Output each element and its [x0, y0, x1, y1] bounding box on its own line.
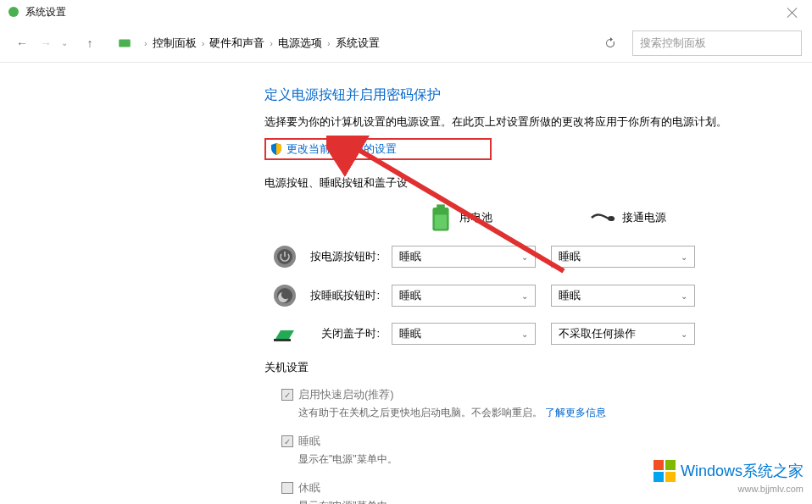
- battery-icon: [429, 202, 453, 233]
- app-icon: [7, 5, 20, 19]
- refresh-icon: [603, 36, 617, 50]
- svg-point-5: [608, 216, 615, 221]
- control-panel-icon: [117, 36, 132, 51]
- lid-plugged-dropdown[interactable]: 不采取任何操作⌄: [551, 323, 695, 345]
- chevron-right-icon: ›: [270, 38, 273, 48]
- sleep-label: 睡眠: [298, 434, 320, 449]
- chevron-down-icon: ⌄: [521, 291, 528, 301]
- page-description: 选择要为你的计算机设置的电源设置。在此页上对设置所做的更改将应用于你所有的电源计…: [264, 114, 812, 130]
- plugged-column-label: 接通电源: [622, 210, 666, 225]
- lid-close-label: 关闭盖子时:: [305, 326, 392, 341]
- svg-rect-1: [119, 39, 131, 47]
- lid-battery-dropdown[interactable]: 睡眠⌄: [392, 323, 536, 345]
- breadcrumb: › 控制面板 › 硬件和声音 › 电源选项 › 系统设置: [117, 36, 598, 51]
- chevron-right-icon: ›: [327, 38, 331, 48]
- search-input[interactable]: 搜索控制面板: [632, 30, 802, 56]
- watermark: Windows系统之家 www.bjjmlv.com: [653, 460, 804, 494]
- svg-rect-10: [274, 339, 291, 341]
- sleep-button-plugged-dropdown[interactable]: 睡眠⌄: [551, 285, 695, 307]
- shield-icon: [270, 142, 283, 156]
- chevron-right-icon: ›: [202, 38, 205, 48]
- fast-startup-checkbox[interactable]: [281, 389, 293, 401]
- refresh-button[interactable]: [598, 31, 622, 55]
- svg-rect-2: [437, 204, 445, 208]
- learn-more-link[interactable]: 了解更多信息: [545, 407, 606, 418]
- sleep-button-row: 按睡眠按钮时: 睡眠⌄ 睡眠⌄: [264, 284, 812, 307]
- svg-rect-4: [435, 214, 447, 229]
- sleep-button-label: 按睡眠按钮时:: [305, 288, 392, 303]
- svg-point-0: [8, 7, 19, 17]
- windows-logo-icon: [653, 460, 676, 482]
- chevron-down-icon: ⌄: [681, 291, 687, 301]
- power-button-row: 按电源按钮时: 睡眠⌄ 睡眠⌄: [264, 245, 812, 269]
- watermark-text: Windows系统之家: [681, 461, 804, 481]
- shutdown-section-title: 关机设置: [264, 360, 812, 375]
- power-button-label: 按电源按钮时:: [305, 249, 392, 264]
- breadcrumb-item-2[interactable]: 电源选项: [278, 36, 322, 51]
- hibernate-desc: 显示在"电源"菜单中。: [298, 499, 812, 504]
- nav-history-chevron-icon[interactable]: ⌄: [61, 38, 68, 47]
- breadcrumb-item-3[interactable]: 系统设置: [336, 36, 380, 51]
- chevron-down-icon: ⌄: [521, 330, 528, 339]
- watermark-url: www.bjjmlv.com: [653, 484, 804, 494]
- change-settings-link[interactable]: 更改当前不可用的设置: [264, 138, 492, 160]
- chevron-down-icon: ⌄: [681, 252, 687, 262]
- window-title: 系统设置: [25, 5, 66, 19]
- battery-column-label: 用电池: [459, 210, 492, 225]
- power-button-plugged-dropdown[interactable]: 睡眠⌄: [551, 246, 695, 268]
- lid-icon: [272, 324, 298, 344]
- page-title: 定义电源按钮并启用密码保护: [264, 86, 812, 104]
- hibernate-label: 休眠: [298, 480, 320, 496]
- power-button-battery-dropdown[interactable]: 睡眠⌄: [392, 246, 536, 268]
- breadcrumb-item-1[interactable]: 硬件和声音: [209, 36, 264, 51]
- sleep-button-battery-dropdown[interactable]: 睡眠⌄: [392, 285, 536, 307]
- fast-startup-desc: 这有助于在关机之后更快地启动电脑。不会影响重启。 了解更多信息: [298, 406, 812, 420]
- lid-close-row: 关闭盖子时: 睡眠⌄ 不采取任何操作⌄: [264, 323, 812, 345]
- sleep-checkbox[interactable]: [281, 435, 293, 447]
- close-icon[interactable]: [787, 7, 798, 19]
- nav-up-button[interactable]: ↑: [78, 31, 102, 55]
- chevron-right-icon: ›: [144, 38, 147, 48]
- sleep-button-icon: [273, 284, 297, 307]
- hibernate-checkbox[interactable]: [281, 482, 293, 494]
- buttons-section-label: 电源按钮、睡眠按钮和盖子设: [264, 175, 812, 191]
- nav-back-button[interactable]: ←: [10, 31, 34, 55]
- fast-startup-label: 启用快速启动(推荐): [298, 387, 394, 402]
- nav-forward-button[interactable]: →: [34, 31, 58, 55]
- plug-icon: [590, 209, 615, 226]
- chevron-down-icon: ⌄: [681, 330, 687, 339]
- chevron-down-icon: ⌄: [521, 252, 528, 262]
- breadcrumb-item-0[interactable]: 控制面板: [153, 36, 197, 51]
- power-button-icon: [273, 245, 297, 269]
